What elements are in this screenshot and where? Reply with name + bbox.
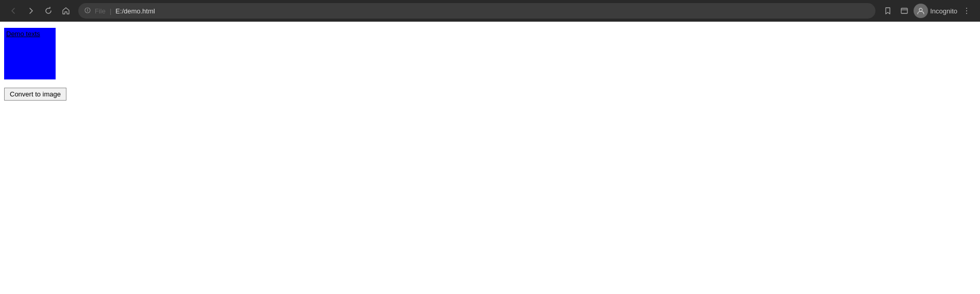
browser-actions: Incognito: [881, 4, 974, 18]
address-bar-icon: [84, 7, 91, 15]
svg-point-3: [966, 8, 967, 9]
home-button[interactable]: [59, 4, 73, 18]
svg-point-2: [919, 8, 922, 11]
refresh-button[interactable]: [41, 4, 56, 18]
browser-toolbar: File | E:/demo.html Incognito: [0, 0, 980, 22]
svg-point-4: [966, 10, 967, 11]
convert-to-image-button[interactable]: Convert to image: [4, 88, 66, 101]
tab-strip-button[interactable]: [897, 4, 912, 18]
page-content: Demo texts Convert to image: [0, 22, 980, 294]
svg-rect-1: [901, 8, 907, 13]
incognito-label: Incognito: [930, 7, 957, 15]
address-bar[interactable]: File | E:/demo.html: [78, 3, 875, 19]
forward-button[interactable]: [24, 4, 38, 18]
demo-box-text: Demo texts: [6, 30, 40, 38]
bookmark-button[interactable]: [881, 4, 895, 18]
profile-button[interactable]: [914, 4, 928, 18]
svg-point-5: [966, 13, 967, 14]
url-text: E:/demo.html: [115, 7, 155, 15]
demo-box: Demo texts: [4, 28, 56, 79]
menu-button[interactable]: [959, 4, 974, 18]
nav-buttons: [6, 4, 73, 18]
back-button[interactable]: [6, 4, 21, 18]
address-separator: |: [110, 7, 111, 15]
file-label: File: [95, 7, 106, 15]
